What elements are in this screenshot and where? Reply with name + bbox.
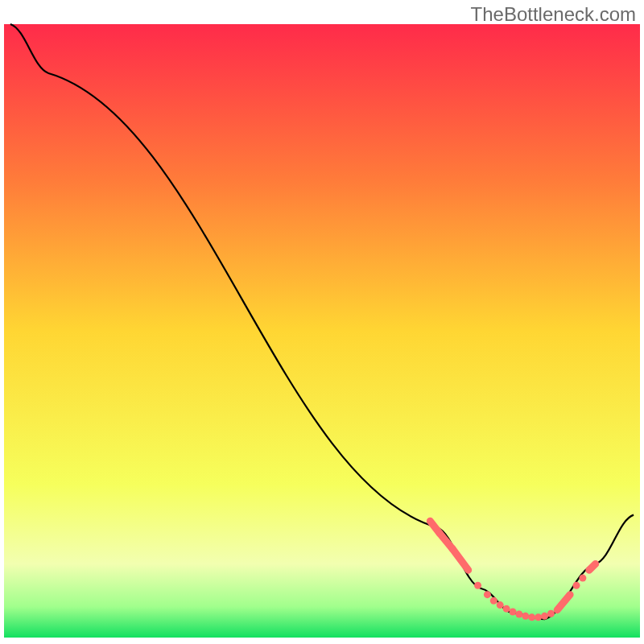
marker-dot — [579, 575, 586, 582]
marker-dot — [484, 591, 491, 598]
marker-dot — [515, 611, 522, 618]
marker-dot — [497, 601, 504, 609]
marker-dot — [528, 613, 535, 621]
marker-dot — [573, 582, 580, 589]
marker-dot — [503, 605, 510, 613]
marker-dot — [490, 597, 497, 605]
chart-svg — [0, 0, 644, 644]
plot-background — [4, 24, 640, 638]
marker-dot — [547, 610, 555, 617]
marker-dash — [589, 564, 596, 571]
marker-dot — [535, 613, 542, 621]
chart-container: TheBottleneck.com — [0, 0, 644, 644]
marker-dot — [522, 613, 529, 620]
marker-dot — [510, 608, 517, 615]
marker-dot — [541, 613, 548, 620]
watermark-text: TheBottleneck.com — [471, 3, 636, 26]
marker-dot — [474, 582, 481, 589]
